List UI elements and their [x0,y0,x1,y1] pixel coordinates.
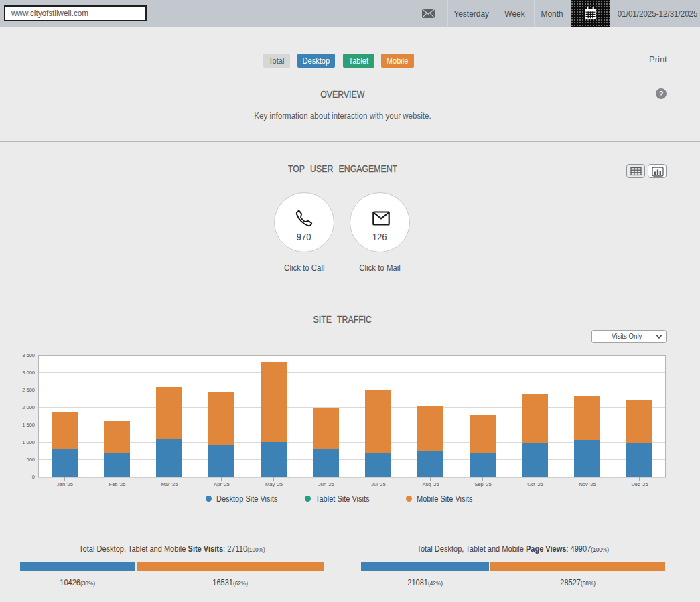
svg-text:Dec '25: Dec '25 [631,481,648,487]
svg-text:3 500: 3 500 [22,352,35,358]
svg-text:500: 500 [26,457,35,463]
svg-text:2 500: 2 500 [22,387,35,393]
svg-text:1 000: 1 000 [22,439,35,445]
svg-text:Aug '25: Aug '25 [422,481,439,487]
svg-text:Feb '25: Feb '25 [109,481,126,487]
svg-text:May '25: May '25 [265,481,283,487]
svg-text:Jan '25: Jan '25 [57,481,73,487]
svg-text:1 500: 1 500 [22,422,35,428]
svg-text:Apr '25: Apr '25 [214,481,230,487]
svg-text:Nov '25: Nov '25 [579,481,596,487]
svg-text:2 000: 2 000 [22,404,35,410]
svg-text:Sep '25: Sep '25 [474,481,491,487]
svg-text:Mar '25: Mar '25 [161,481,178,487]
svg-text:Jul '25: Jul '25 [371,481,385,487]
svg-text:Oct '25: Oct '25 [527,481,543,487]
svg-text:Jun '25: Jun '25 [318,481,334,487]
svg-text:0: 0 [32,474,35,480]
svg-text:3 000: 3 000 [22,370,35,376]
